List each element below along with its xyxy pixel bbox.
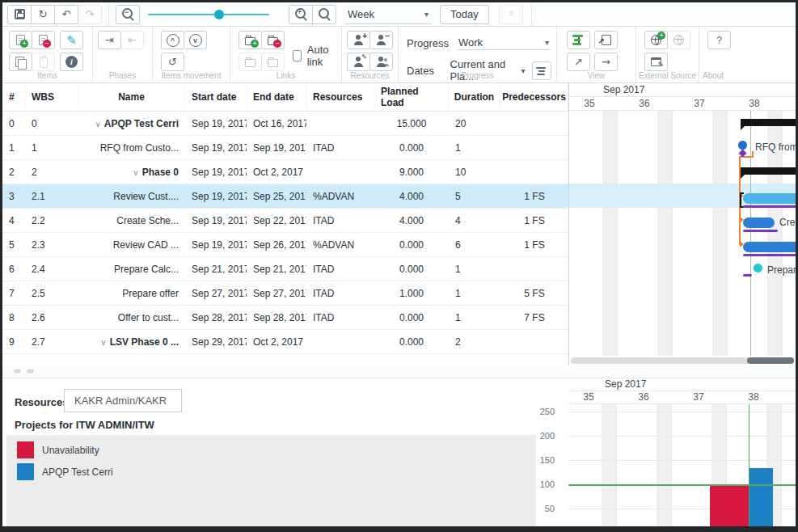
zoom-slider-knob[interactable] bbox=[214, 10, 224, 19]
table-row[interactable]: 72.5Prepare offerSep 27, 2017Sep 27, 201… bbox=[2, 281, 568, 306]
ribbon-group-external-source: + ✎ External Source bbox=[636, 27, 699, 82]
table-row[interactable]: 32.1Review Cust....Sep 19, 2017Sep 25, 2… bbox=[2, 184, 568, 209]
table-row[interactable]: 92.7∨LSV Phase 0 ...Sep 29, 2017Oct 2, 2… bbox=[2, 330, 568, 354]
gantt-horizontal-scrollbar[interactable] bbox=[571, 357, 794, 364]
collapse-toolbar-button[interactable]: » bbox=[499, 5, 523, 24]
column-header[interactable]: End date bbox=[247, 83, 306, 111]
table-cell: Sep 25, 2017 bbox=[247, 191, 306, 202]
y-axis-tick-label: 250 bbox=[540, 407, 555, 416]
remove-item-button[interactable]: − bbox=[32, 31, 55, 49]
globe-remove-icon bbox=[673, 35, 684, 45]
table-row[interactable]: 11RFQ from Custo...Sep 19, 2017Sep 19, 2… bbox=[2, 136, 568, 160]
save-button[interactable] bbox=[7, 5, 32, 24]
export-view-button[interactable]: ↗ bbox=[594, 31, 618, 49]
table-row[interactable]: 00∨APQP Test CerriSep 19, 2017Oct 16, 20… bbox=[2, 112, 568, 136]
undo-button[interactable]: ↶ bbox=[54, 5, 78, 24]
gantt-summary-bar[interactable] bbox=[741, 167, 796, 175]
add-link-icon: + bbox=[245, 37, 255, 45]
add-link-button[interactable]: + bbox=[239, 31, 262, 49]
copy-item-button[interactable] bbox=[9, 53, 32, 71]
today-line bbox=[749, 404, 749, 526]
column-header[interactable]: Duration bbox=[449, 83, 500, 111]
remove-resource-button[interactable]: − bbox=[369, 31, 393, 49]
link-panes-icon[interactable]: ∞ bbox=[15, 365, 21, 375]
column-header[interactable]: Name bbox=[78, 83, 185, 111]
move-item-down-button[interactable]: v bbox=[184, 31, 207, 49]
edit-item-button[interactable]: ✎ bbox=[60, 31, 83, 49]
column-header[interactable]: Predecessors bbox=[500, 83, 568, 111]
table-cell: 0.000 bbox=[374, 336, 449, 348]
redo-button[interactable]: ↷ bbox=[78, 5, 102, 24]
add-external-source-button[interactable]: + bbox=[644, 31, 668, 49]
item-info-button[interactable]: i bbox=[60, 53, 83, 71]
expand-chevron-icon[interactable]: ∨ bbox=[133, 168, 138, 177]
resource-filter-input[interactable] bbox=[64, 389, 182, 412]
table-cell: 2.6 bbox=[25, 312, 78, 323]
auto-link-option[interactable]: Auto link bbox=[293, 37, 336, 74]
expand-chevron-icon[interactable]: ∨ bbox=[100, 338, 106, 347]
remove-link-button[interactable]: − bbox=[261, 31, 285, 49]
table-cell: 2.4 bbox=[25, 264, 78, 275]
remove-phase-button[interactable]: ⇤ bbox=[120, 31, 144, 49]
gantt-task-bar[interactable] bbox=[743, 217, 775, 228]
table-row[interactable]: 52.3Review CAD ...Sep 19, 2017Sep 26, 20… bbox=[2, 233, 568, 257]
zoom-in-button[interactable]: + bbox=[289, 5, 313, 24]
gantt-task-bar[interactable] bbox=[743, 242, 796, 252]
table-row[interactable]: 62.4Prepare Calc...Sep 21, 2017Sep 21, 2… bbox=[2, 257, 568, 281]
resource-group-button[interactable] bbox=[369, 53, 393, 71]
add-item-button[interactable]: + bbox=[9, 31, 32, 49]
table-row[interactable]: 22∨Phase 0Sep 19, 2017Oct 2, 20179.00010 bbox=[2, 160, 568, 184]
column-header[interactable]: WBS bbox=[25, 83, 78, 111]
today-button[interactable]: Today bbox=[440, 5, 489, 24]
table-cell: Oct 2, 2017 bbox=[247, 336, 306, 348]
table-cell: 1 bbox=[449, 142, 500, 154]
unlink-panes-icon[interactable]: ∞ bbox=[27, 365, 34, 375]
refresh-button[interactable]: ↻ bbox=[31, 5, 55, 24]
add-resource-button[interactable]: + bbox=[347, 31, 370, 49]
gantt-task-bar[interactable] bbox=[743, 193, 796, 204]
route-arrows-button[interactable]: ⇝ bbox=[594, 53, 618, 71]
edit-external-source-button[interactable]: ✎ bbox=[644, 53, 668, 71]
histogram-plot: 50100150200250 bbox=[536, 378, 796, 526]
column-header[interactable]: # bbox=[2, 83, 25, 111]
gantt-summary-bar[interactable] bbox=[741, 119, 796, 126]
pane-splitter[interactable]: ∞ ∞ bbox=[2, 365, 796, 378]
table-cell: 0 bbox=[2, 118, 25, 129]
table-row[interactable]: 42.2Create Sche...Sep 19, 2017Sep 22, 20… bbox=[2, 209, 568, 233]
table-row[interactable]: 82.6Offer to cust...Sep 28, 2017Sep 28, … bbox=[2, 306, 568, 330]
table-cell: 1 FS bbox=[500, 191, 568, 202]
week-gridline bbox=[617, 111, 618, 356]
critical-path-button[interactable] bbox=[567, 31, 590, 49]
zoom-slider[interactable] bbox=[148, 5, 269, 24]
column-header[interactable]: Planned Load bbox=[374, 83, 449, 111]
scrollbar-thumb[interactable] bbox=[747, 357, 794, 364]
progress-mode-select[interactable]: Work ▾ bbox=[457, 36, 551, 50]
chevron-down-icon: ▾ bbox=[545, 38, 549, 47]
show-links-button[interactable]: ↗ bbox=[567, 53, 590, 71]
search-button[interactable] bbox=[312, 5, 336, 24]
paste-item-button[interactable] bbox=[32, 53, 55, 71]
indent-right-icon: ⇥ bbox=[105, 34, 114, 46]
histogram-bar[interactable] bbox=[710, 484, 749, 526]
edit-resource-button[interactable]: ✎ bbox=[347, 53, 370, 71]
remove-external-source-button[interactable] bbox=[667, 31, 690, 49]
column-header[interactable]: Start date bbox=[185, 83, 247, 111]
table-cell: 8 bbox=[2, 312, 25, 323]
auto-link-checkbox[interactable] bbox=[293, 50, 302, 61]
insert-phase-button[interactable]: ⇥ bbox=[98, 31, 121, 49]
lock-link-button[interactable] bbox=[261, 53, 285, 71]
milestone-icon[interactable] bbox=[738, 141, 747, 150]
help-button[interactable]: ? bbox=[707, 31, 731, 49]
expand-chevron-icon[interactable]: ∨ bbox=[95, 120, 100, 129]
column-header[interactable]: Resources bbox=[306, 83, 374, 111]
time-scale-select[interactable]: Week ▾ bbox=[344, 5, 432, 24]
export-page-icon: ↗ bbox=[602, 35, 611, 45]
table-cell: 1.000 bbox=[374, 288, 449, 299]
edit-link-button[interactable] bbox=[239, 53, 262, 71]
zoom-out-button[interactable]: − bbox=[116, 5, 140, 24]
reset-movement-button[interactable]: ↺ bbox=[161, 53, 184, 71]
move-item-up-button[interactable]: ^ bbox=[161, 31, 184, 49]
y-axis-tick-label: 150 bbox=[540, 455, 555, 465]
histogram-bar[interactable] bbox=[749, 468, 773, 526]
milestone-icon[interactable] bbox=[754, 264, 762, 272]
